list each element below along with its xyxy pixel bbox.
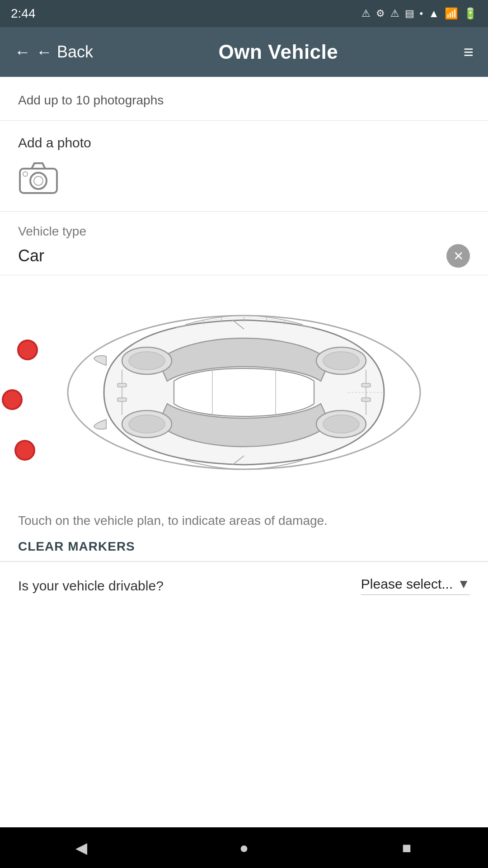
svg-point-2 [34,176,43,185]
nav-home-icon: ● [239,839,249,857]
status-icons: ⚠ ⚙ ⚠ ▤ • ▲ 📶 🔋 [361,7,477,20]
warning-icon-1: ⚠ [361,8,371,19]
settings-icon: ⚙ [376,8,385,19]
camera-button[interactable] [18,160,59,195]
car-top-view-svg [59,295,429,490]
vehicle-type-value: Car [18,246,44,265]
nav-recent-button[interactable]: ■ [389,830,425,866]
svg-point-10 [323,352,359,370]
photographs-section: Add up to 10 photographs [0,77,488,120]
svg-rect-17 [117,383,127,387]
svg-point-6 [129,352,165,370]
back-arrow-icon: ← [14,42,31,61]
battery-icon: 🔋 [464,7,477,20]
warning-icon-2: ⚠ [390,8,399,19]
camera-icon [18,160,59,195]
drivable-section: Is your vehicle drivable? Please select.… [0,561,488,609]
svg-point-8 [129,415,165,433]
toolbar: ← ← Back Own Vehicle ≡ [0,27,488,77]
sd-card-icon: ▤ [405,8,414,19]
clear-icon: ✕ [453,249,464,264]
drivable-select-text: Please select... [361,576,453,592]
bottom-nav: ◀ ● ■ [0,827,488,868]
svg-rect-18 [117,398,127,401]
vehicle-type-label: Vehicle type [18,224,470,239]
nav-home-button[interactable]: ● [226,830,262,866]
dropdown-arrow-icon: ▼ [457,577,470,591]
car-diagram-section [0,275,488,499]
instructions-section: Touch on the vehicle plan, to indicate a… [0,499,488,561]
photo-section: Add a photo [0,121,488,211]
drivable-label: Is your vehicle drivable? [18,578,164,594]
clear-markers-button[interactable]: CLEAR MARKERS [18,539,470,554]
damage-marker-3[interactable] [14,440,35,461]
nav-back-icon: ◀ [75,839,87,857]
menu-button[interactable]: ≡ [464,42,474,62]
drivable-select[interactable]: Please select... ▼ [361,576,470,595]
svg-point-3 [23,172,28,176]
nav-back-button[interactable]: ◀ [63,830,99,866]
main-content: Add up to 10 photographs Add a photo Veh… [0,77,488,609]
photo-title: Add a photo [18,135,470,151]
svg-point-12 [323,415,359,433]
status-bar: 2:44 ⚠ ⚙ ⚠ ▤ • ▲ 📶 🔋 [0,0,488,27]
back-label: ← Back [36,42,93,61]
photographs-label: Add up to 10 photographs [18,93,164,107]
damage-marker-1[interactable] [17,340,38,360]
back-button[interactable]: ← ← Back [14,42,93,61]
vehicle-type-row: Car ✕ [18,244,470,275]
vehicle-type-section: Vehicle type Car ✕ [0,212,488,275]
page-title: Own Vehicle [219,41,338,63]
dot-icon: • [420,8,423,19]
signal-icon: 📶 [445,7,458,20]
nav-recent-icon: ■ [402,839,412,857]
svg-point-1 [30,173,47,189]
clear-vehicle-type-button[interactable]: ✕ [446,244,470,268]
status-time: 2:44 [11,6,36,21]
instructions-text: Touch on the vehicle plan, to indicate a… [18,511,470,530]
car-diagram-wrap[interactable] [0,286,488,499]
damage-marker-2[interactable] [2,389,23,410]
wifi-icon: ▲ [428,7,439,20]
